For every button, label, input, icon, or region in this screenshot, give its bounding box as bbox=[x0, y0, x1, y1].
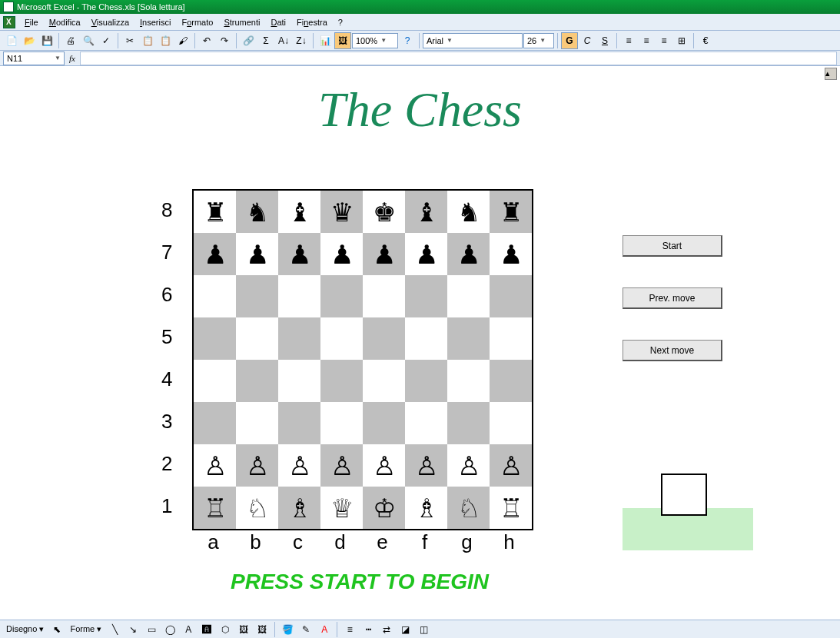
drawing-icon[interactable]: 🖼 bbox=[334, 32, 351, 49]
3d-icon[interactable]: ◫ bbox=[415, 621, 432, 638]
app-icon[interactable] bbox=[3, 16, 15, 28]
square-b8[interactable]: ♞ bbox=[236, 191, 278, 233]
shadow-icon[interactable]: ◪ bbox=[397, 621, 413, 638]
fx-icon[interactable]: fx bbox=[69, 54, 75, 63]
menu-finestra[interactable]: Finestra bbox=[292, 16, 332, 28]
line-icon[interactable]: ╲ bbox=[106, 621, 123, 638]
open-icon[interactable]: 📂 bbox=[21, 32, 38, 49]
align-right-icon[interactable]: ≡ bbox=[656, 32, 672, 49]
disegno-menu[interactable]: Disegno ▾ bbox=[3, 623, 47, 636]
square-h3[interactable] bbox=[490, 402, 532, 444]
square-c7[interactable]: ♟ bbox=[278, 233, 320, 275]
square-d7[interactable]: ♟ bbox=[320, 233, 363, 275]
format-painter-icon[interactable]: 🖌 bbox=[174, 32, 191, 49]
formula-input[interactable] bbox=[80, 52, 837, 65]
selection-cell[interactable] bbox=[661, 474, 707, 516]
merge-icon[interactable]: ⊞ bbox=[673, 32, 690, 49]
name-box[interactable]: N11▼ bbox=[3, 52, 65, 65]
square-h1[interactable]: ♖ bbox=[490, 487, 532, 529]
square-g3[interactable] bbox=[447, 402, 490, 444]
square-e5[interactable] bbox=[363, 317, 405, 360]
next-move-button[interactable]: Next move bbox=[623, 340, 722, 361]
square-g2[interactable]: ♙ bbox=[447, 444, 490, 487]
font-combo[interactable]: Arial▼ bbox=[423, 33, 523, 48]
square-b3[interactable] bbox=[236, 402, 278, 444]
menu-strumenti[interactable]: Strumenti bbox=[219, 16, 264, 28]
dash-style-icon[interactable]: ┅ bbox=[360, 621, 377, 638]
square-a8[interactable]: ♜ bbox=[194, 191, 236, 233]
square-a2[interactable]: ♙ bbox=[194, 444, 236, 487]
spell-icon[interactable]: ✓ bbox=[98, 32, 115, 49]
square-a7[interactable]: ♟ bbox=[194, 233, 236, 275]
menu-inserisci[interactable]: Inserisci bbox=[135, 16, 175, 28]
square-f1[interactable]: ♗ bbox=[405, 487, 447, 529]
square-h2[interactable]: ♙ bbox=[490, 444, 532, 487]
square-h4[interactable] bbox=[490, 360, 532, 402]
autosum-icon[interactable]: Σ bbox=[257, 32, 274, 49]
redo-icon[interactable]: ↷ bbox=[216, 32, 233, 49]
square-d2[interactable]: ♙ bbox=[320, 444, 363, 487]
square-b4[interactable] bbox=[236, 360, 278, 402]
square-b6[interactable] bbox=[236, 275, 278, 317]
rect-icon[interactable]: ▭ bbox=[143, 621, 160, 638]
square-d5[interactable] bbox=[320, 317, 363, 360]
square-a4[interactable] bbox=[194, 360, 236, 402]
square-a3[interactable] bbox=[194, 402, 236, 444]
hyperlink-icon[interactable]: 🔗 bbox=[240, 32, 257, 49]
square-h7[interactable]: ♟ bbox=[490, 233, 532, 275]
square-h6[interactable] bbox=[490, 275, 532, 317]
font-color-icon[interactable]: A bbox=[316, 621, 333, 638]
square-c2[interactable]: ♙ bbox=[278, 444, 320, 487]
new-icon[interactable]: 📄 bbox=[3, 32, 20, 49]
arrow-icon[interactable]: ↘ bbox=[125, 621, 141, 638]
square-e1[interactable]: ♔ bbox=[363, 487, 405, 529]
square-c8[interactable]: ♝ bbox=[278, 191, 320, 233]
sort-asc-icon[interactable]: A↓ bbox=[275, 32, 292, 49]
italic-icon[interactable]: C bbox=[579, 32, 596, 49]
fill-color-icon[interactable]: 🪣 bbox=[279, 621, 296, 638]
square-a6[interactable] bbox=[194, 275, 236, 317]
square-c1[interactable]: ♗ bbox=[278, 487, 320, 529]
square-d8[interactable]: ♛ bbox=[320, 191, 363, 233]
zoom-combo[interactable]: 100%▼ bbox=[352, 33, 398, 48]
select-icon[interactable]: ⬉ bbox=[48, 621, 65, 638]
align-center-icon[interactable]: ≡ bbox=[638, 32, 655, 49]
square-f2[interactable]: ♙ bbox=[405, 444, 447, 487]
square-h8[interactable]: ♜ bbox=[490, 191, 532, 233]
menu-help[interactable]: ? bbox=[334, 16, 347, 28]
underline-icon[interactable]: S bbox=[596, 32, 613, 49]
square-b7[interactable]: ♟ bbox=[236, 233, 278, 275]
scroll-up-icon[interactable]: ▴ bbox=[825, 68, 837, 80]
forme-menu[interactable]: Forme ▾ bbox=[67, 623, 105, 636]
square-c5[interactable] bbox=[278, 317, 320, 360]
square-e4[interactable] bbox=[363, 360, 405, 402]
menu-visualizza[interactable]: Visualizza bbox=[87, 16, 134, 28]
square-f7[interactable]: ♟ bbox=[405, 233, 447, 275]
sort-desc-icon[interactable]: Z↓ bbox=[293, 32, 310, 49]
menu-modifica[interactable]: Modifica bbox=[45, 16, 85, 28]
wordart-icon[interactable]: 🅰 bbox=[198, 621, 215, 638]
square-f8[interactable]: ♝ bbox=[405, 191, 447, 233]
square-e6[interactable] bbox=[363, 275, 405, 317]
square-e3[interactable] bbox=[363, 402, 405, 444]
square-d1[interactable]: ♕ bbox=[320, 487, 363, 529]
square-g5[interactable] bbox=[447, 317, 490, 360]
menu-file[interactable]: File bbox=[20, 16, 43, 28]
square-d3[interactable] bbox=[320, 402, 363, 444]
square-g7[interactable]: ♟ bbox=[447, 233, 490, 275]
square-a5[interactable] bbox=[194, 317, 236, 360]
worksheet[interactable]: The Chess 87 65 43 21 ♜♞♝♛♚♝♞♜♟♟♟♟♟♟♟♟♙♙… bbox=[0, 66, 840, 620]
square-h5[interactable] bbox=[490, 317, 532, 360]
square-b2[interactable]: ♙ bbox=[236, 444, 278, 487]
currency-icon[interactable]: € bbox=[697, 32, 714, 49]
paste-icon[interactable]: 📋 bbox=[157, 32, 174, 49]
square-g1[interactable]: ♘ bbox=[447, 487, 490, 529]
square-d6[interactable] bbox=[320, 275, 363, 317]
textbox-icon[interactable]: A bbox=[180, 621, 197, 638]
cut-icon[interactable]: ✂ bbox=[121, 32, 138, 49]
square-c3[interactable] bbox=[278, 402, 320, 444]
square-c6[interactable] bbox=[278, 275, 320, 317]
line-color-icon[interactable]: ✎ bbox=[297, 621, 314, 638]
chess-board[interactable]: ♜♞♝♛♚♝♞♜♟♟♟♟♟♟♟♟♙♙♙♙♙♙♙♙♖♘♗♕♔♗♘♖ bbox=[192, 189, 533, 530]
square-c4[interactable] bbox=[278, 360, 320, 402]
